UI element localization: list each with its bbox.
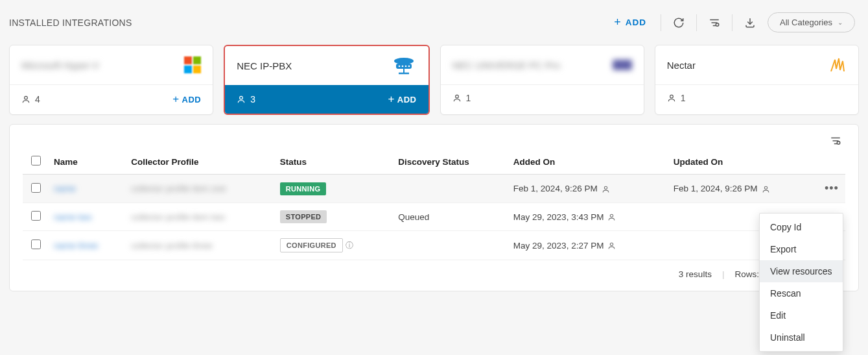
card-footer: 4 +ADD bbox=[10, 84, 213, 114]
panel-filter-button[interactable] bbox=[825, 131, 847, 151]
col-updated[interactable]: Updated On bbox=[668, 149, 819, 175]
person-icon bbox=[607, 212, 616, 222]
svg-point-10 bbox=[408, 66, 410, 67]
card-count: 1 bbox=[667, 93, 686, 103]
status-badge: STOPPED bbox=[280, 210, 327, 223]
integrations-table: Name Collector Profile Status Discovery … bbox=[23, 149, 845, 260]
card-header: Nectar bbox=[655, 45, 858, 84]
plus-icon: + bbox=[172, 93, 179, 106]
person-icon bbox=[762, 184, 770, 193]
refresh-button[interactable] bbox=[668, 13, 690, 32]
svg-point-20 bbox=[604, 186, 607, 189]
integration-card[interactable]: NEC UNIVERGE PC Pro 1 bbox=[440, 45, 644, 115]
col-added[interactable]: Added On bbox=[508, 149, 668, 175]
row-discovery bbox=[393, 175, 508, 203]
svg-point-19 bbox=[837, 141, 840, 145]
table-row[interactable]: name two collector profile item two STOP… bbox=[23, 203, 845, 231]
card-title: Microsoft Hyper-V bbox=[21, 60, 99, 71]
svg-point-4 bbox=[25, 96, 28, 99]
person-icon bbox=[667, 93, 676, 103]
svg-point-7 bbox=[398, 66, 400, 67]
download-icon bbox=[744, 17, 756, 29]
col-name[interactable]: Name bbox=[49, 149, 126, 175]
info-icon[interactable]: ⓘ bbox=[346, 240, 353, 251]
svg-point-21 bbox=[764, 186, 767, 189]
card-title: NEC UNIVERGE PC Pro bbox=[452, 60, 561, 71]
card-header: NEC UNIVERGE PC Pro bbox=[441, 45, 644, 84]
menu-edit[interactable]: Edit bbox=[760, 304, 843, 326]
categories-label: All Categories bbox=[780, 18, 832, 27]
card-add-button[interactable]: +ADD bbox=[388, 93, 416, 106]
row-actions-button[interactable]: ••• bbox=[825, 182, 839, 195]
header-actions: + ADD All Categories ⌄ bbox=[606, 12, 855, 33]
add-label: ADD bbox=[626, 18, 646, 27]
row-name[interactable]: name three bbox=[54, 241, 98, 251]
card-title: Nectar bbox=[667, 60, 696, 71]
row-name[interactable]: name bbox=[54, 184, 76, 193]
details-panel: Name Collector Profile Status Discovery … bbox=[9, 124, 859, 291]
filter-button[interactable] bbox=[703, 13, 725, 32]
divider bbox=[732, 14, 733, 31]
card-count: 3 bbox=[237, 94, 255, 104]
integration-card[interactable]: Microsoft Hyper-V 4 +ADD bbox=[9, 45, 213, 115]
card-header: Microsoft Hyper-V bbox=[10, 45, 213, 84]
integration-card-selected[interactable]: NEC IP-PBX 3 +ADD bbox=[224, 45, 429, 115]
add-integration-button[interactable]: + ADD bbox=[606, 12, 654, 33]
integration-card[interactable]: Nectar 1 bbox=[655, 45, 859, 115]
microsoft-icon bbox=[184, 56, 201, 73]
row-name[interactable]: name two bbox=[54, 212, 92, 222]
row-checkbox[interactable] bbox=[31, 239, 41, 249]
row-discovery bbox=[393, 231, 508, 260]
row-context-menu: Copy Id Export View resources Rescan Edi… bbox=[759, 213, 843, 352]
svg-point-5 bbox=[394, 58, 414, 64]
menu-rescan[interactable]: Rescan bbox=[760, 282, 843, 304]
menu-view-resources[interactable]: View resources bbox=[760, 260, 843, 282]
card-footer: 1 bbox=[655, 84, 858, 111]
svg-point-9 bbox=[405, 66, 406, 67]
vendor-icon bbox=[613, 60, 632, 70]
plus-icon: + bbox=[614, 16, 622, 29]
menu-uninstall[interactable]: Uninstall bbox=[760, 326, 843, 349]
col-profile[interactable]: Collector Profile bbox=[126, 149, 275, 175]
row-updated: Feb 1, 2024, 9:26 PM bbox=[674, 184, 814, 193]
select-all-checkbox[interactable] bbox=[31, 156, 41, 165]
svg-point-14 bbox=[455, 95, 458, 98]
svg-point-3 bbox=[716, 23, 719, 26]
person-icon bbox=[602, 184, 610, 193]
table-row[interactable]: name collector profile item one RUNNING … bbox=[23, 175, 845, 203]
row-profile: collector profile item two bbox=[131, 212, 225, 222]
phone-icon bbox=[391, 56, 417, 75]
card-add-button[interactable]: +ADD bbox=[172, 93, 201, 106]
filter-icon bbox=[830, 135, 841, 147]
row-checkbox[interactable] bbox=[31, 183, 41, 193]
person-icon bbox=[237, 95, 246, 104]
card-count: 4 bbox=[21, 94, 40, 104]
svg-point-23 bbox=[611, 243, 613, 246]
categories-dropdown[interactable]: All Categories ⌄ bbox=[768, 12, 855, 32]
row-added: May 29, 2023, 3:43 PM bbox=[513, 212, 663, 222]
divider bbox=[661, 14, 661, 31]
card-count: 1 bbox=[452, 93, 471, 103]
col-discovery[interactable]: Discovery Status bbox=[393, 149, 508, 175]
col-status[interactable]: Status bbox=[275, 149, 393, 175]
row-profile: collector profile item one bbox=[131, 184, 226, 193]
filter-icon bbox=[709, 17, 720, 29]
divider bbox=[696, 14, 697, 31]
plus-icon: + bbox=[388, 93, 394, 106]
person-icon bbox=[607, 241, 616, 251]
status-badge: CONFIGURED bbox=[280, 238, 343, 252]
person-icon bbox=[452, 93, 462, 103]
card-title: NEC IP-PBX bbox=[237, 60, 292, 71]
menu-export[interactable]: Export bbox=[760, 238, 843, 260]
export-button[interactable] bbox=[739, 13, 761, 32]
select-all-header bbox=[23, 149, 49, 175]
row-checkbox[interactable] bbox=[31, 211, 41, 221]
person-icon bbox=[21, 95, 30, 104]
menu-copy-id[interactable]: Copy Id bbox=[760, 216, 843, 238]
refresh-icon bbox=[673, 17, 685, 29]
row-added: Feb 1, 2024, 9:26 PM bbox=[513, 184, 663, 193]
table-row[interactable]: name three collector profile three CONFI… bbox=[23, 231, 845, 260]
svg-point-13 bbox=[240, 96, 243, 99]
chevron-down-icon: ⌄ bbox=[838, 19, 843, 26]
row-added: May 29, 2023, 2:27 PM bbox=[513, 241, 663, 251]
